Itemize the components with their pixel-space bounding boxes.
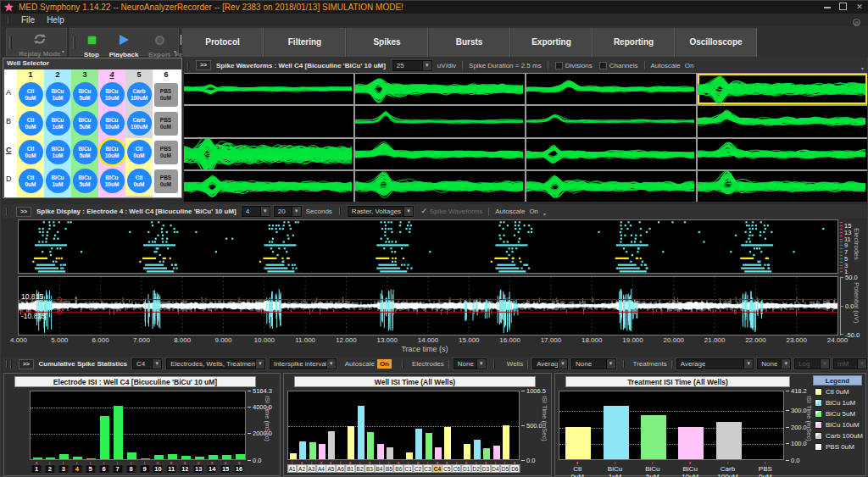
waveform-cell-2[interactable] [355,74,525,104]
x-category-B3[interactable]: B3 [364,464,375,473]
waveform-cell-5[interactable] [184,106,353,136]
x-category-9[interactable]: 9 [139,464,150,474]
group-expand-icon[interactable]: ▾ [62,48,64,54]
spike-waveforms-expand-button[interactable]: >> [196,60,211,70]
close-button[interactable]: ✕ [855,3,864,11]
minimize-button[interactable] [824,3,831,8]
waveform-cell-4[interactable] [698,74,867,104]
well-col-header-6[interactable]: 6 [153,70,180,79]
waveform-cell-9[interactable] [184,139,353,169]
autoscale-on-badge[interactable]: On [377,359,392,369]
tab-spikes[interactable]: Spikes [346,28,428,57]
x-category-C6[interactable]: C6 [452,464,462,473]
x-category-D2[interactable]: D2 [471,464,481,473]
well-A2[interactable]: BiCu1uM [46,82,70,107]
x-category-D3[interactable]: D3 [481,464,491,473]
scale-dropdown[interactable]: 25▼ [392,60,432,71]
well-col-header-5[interactable]: 5 [125,70,153,79]
well-D4[interactable]: BiCu10uM [100,169,125,193]
waveform-cell-16[interactable] [698,171,867,202]
x-category-12[interactable]: 12 [180,464,191,474]
x-category-10[interactable]: 10 [153,464,164,474]
waveform-cell-14[interactable] [355,171,525,202]
well-B4[interactable]: BiCu10uM [100,111,125,136]
waveform-cell-11[interactable] [526,139,696,169]
well-col-header-2[interactable]: 2 [44,70,71,79]
wells-dropdown[interactable]: None▼ [571,358,616,369]
divisions-checkbox[interactable] [555,62,563,69]
x-category-C5[interactable]: C5 [442,464,453,473]
well-row-header-B[interactable]: B [6,117,17,125]
x-category-D1[interactable]: D1 [461,464,471,473]
window-dropdown[interactable]: 20▼ [274,206,302,217]
x-category-B4[interactable]: B4 [375,464,385,473]
waveform-cell-10[interactable] [355,139,525,169]
stats-metric-dropdown[interactable]: Interspike interval▼ [270,358,337,369]
well-A5[interactable]: Carb100uM [127,82,152,107]
toolbar-expand-icon[interactable]: ▾ [543,211,546,217]
well-col-header-1[interactable]: 1 [17,70,44,79]
well-D5[interactable]: Ctl0uM [127,169,152,193]
well-B2[interactable]: BiCu1uM [46,111,70,136]
well-B1[interactable]: Ctl0uM [19,111,43,136]
tab-reporting[interactable]: Reporting [593,28,675,57]
stats-well-dropdown[interactable]: C4▼ [132,358,162,369]
tab-filtering[interactable]: Filtering [264,28,346,57]
x-category-15[interactable]: 15 [220,464,231,474]
tab-protocol[interactable]: Protocol [181,28,264,57]
waveform-cell-8[interactable] [698,106,867,136]
x-category-A2[interactable]: A2 [297,464,307,473]
stats-expand-button[interactable]: >> [19,359,34,369]
autoscale-value[interactable]: On [685,62,694,69]
menu-help[interactable]: Help [47,15,64,25]
x-category-A3[interactable]: A3 [307,464,317,473]
well-D3[interactable]: BiCu5uM [73,169,97,193]
x-category-5[interactable]: 5 [85,464,96,474]
wells-agg-dropdown[interactable]: Average▼ [532,358,568,369]
well-col-header-4[interactable]: 4 [98,70,125,79]
replay-mode-button[interactable]: Replay Mode [17,31,63,58]
well-B6[interactable]: PBS0uM [154,112,178,136]
x-category-A5[interactable]: A5 [326,464,337,473]
x-category-D6[interactable]: D6 [510,464,520,473]
waveform-cell-3[interactable] [526,74,696,104]
x-category-B6[interactable]: B6 [394,464,404,473]
waveform-cell-12[interactable] [698,139,867,169]
well-B3[interactable]: BiCu5uM [73,111,97,136]
well-A3[interactable]: BiCu5uM [73,82,97,107]
electrode-dropdown[interactable]: 4▼ [242,206,270,217]
x-category-1[interactable]: 1 [31,464,42,474]
well-row-header-D[interactable]: D [6,175,17,183]
well-D1[interactable]: Ctl0uM [19,169,43,193]
waveform-cell-13[interactable] [184,171,353,202]
waveform-cell-1[interactable] [184,74,353,104]
x-category-16[interactable]: 16 [234,464,245,474]
x-category-A6[interactable]: A6 [336,464,346,473]
x-category-A1[interactable]: A1 [287,464,298,473]
well-A1[interactable]: Ctl0uM [19,82,43,107]
maximize-button[interactable] [839,3,847,10]
waveform-cell-6[interactable] [355,106,525,136]
x-category-3[interactable]: 3 [58,464,69,474]
treatments-dropdown[interactable]: None▼ [757,358,791,369]
well-col-header-3[interactable]: 3 [71,70,98,79]
tab-bursts[interactable]: Bursts [428,28,510,57]
well-D2[interactable]: BiCu1uM [46,169,70,193]
waveform-cell-15[interactable] [526,171,696,202]
autoscale-value[interactable]: On [529,208,538,215]
group-expand-icon[interactable]: ▾ [174,48,176,54]
stats-group-dropdown[interactable]: Electrodes, Wells, Treatments▼ [166,358,265,369]
well-A6[interactable]: PBS0uM [154,83,178,107]
tab-exporting[interactable]: Exporting [510,28,593,57]
x-category-D5[interactable]: D5 [500,464,510,473]
well-C4[interactable]: BiCu10uM [100,140,125,164]
x-category-C3[interactable]: C3 [423,464,433,473]
x-category-B2[interactable]: B2 [355,464,365,473]
x-category-C4[interactable]: C4 [432,464,442,473]
x-category-B1[interactable]: B1 [345,464,355,473]
x-category-2[interactable]: 2 [44,464,55,474]
x-category-4[interactable]: 4 [71,464,82,474]
x-category-11[interactable]: 11 [166,464,177,474]
x-category-6[interactable]: 6 [98,464,109,474]
well-C5[interactable]: Ctl0uM [127,140,152,164]
